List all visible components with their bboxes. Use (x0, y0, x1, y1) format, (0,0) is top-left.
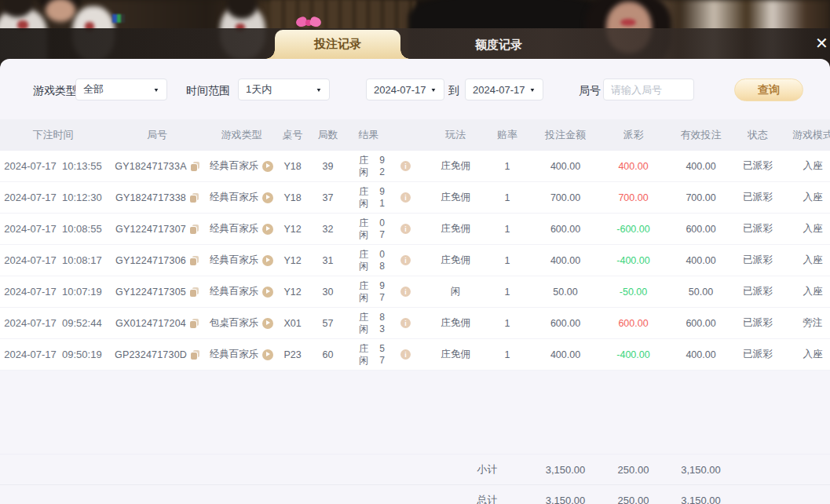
payout-cell: 400.00 (603, 151, 664, 182)
table-no-cell: X01 (275, 308, 310, 339)
valid-bet-cell: 400.00 (664, 245, 738, 276)
copy-icon[interactable] (190, 319, 199, 328)
records-table: 下注时间 局号 游戏类型 桌号 局数 结果 玩法 赔率 投注金额 派彩 有效投注… (0, 119, 830, 504)
result-wrap: 庄8闲3i (346, 312, 423, 334)
info-icon[interactable]: i (400, 161, 411, 171)
banker-label: 庄 (359, 280, 368, 291)
footer-empty (0, 455, 424, 485)
valid-bet-cell: 700.00 (664, 182, 738, 214)
result-cell: 庄9闲1i (346, 182, 424, 214)
status-cell: 已派彩 (738, 339, 777, 371)
player-label: 闲 (359, 355, 368, 366)
bet-time-cell: 2024-07-17 10:12:30 (0, 182, 106, 214)
table-row: 2024-07-17 10:13:55GY182471733A经典百家乐Y183… (0, 151, 830, 182)
play-icon[interactable] (262, 287, 273, 298)
date-from-value: 2024-07-17 (374, 84, 426, 96)
info-icon[interactable]: i (400, 224, 411, 234)
copy-icon[interactable] (190, 256, 199, 265)
game-type-value: 全部 (83, 82, 104, 97)
play-icon[interactable] (262, 349, 273, 360)
player-label: 闲 (359, 323, 368, 334)
banker-points: 9 (379, 280, 385, 291)
result-player: 闲2 (359, 166, 385, 177)
round-no-cell: 57 (310, 308, 346, 339)
play-icon[interactable] (262, 161, 273, 172)
filter-bar: 游戏类型 全部 ▼ 时间范围 1天内 ▼ 2024-07-17 ▼ 到 2024… (0, 79, 830, 102)
time-range-select[interactable]: 1天内 ▼ (238, 79, 330, 100)
close-icon[interactable]: ✕ (815, 28, 828, 59)
info-icon[interactable]: i (400, 192, 411, 203)
copy-icon[interactable] (190, 287, 199, 297)
result-banker: 庄9 (359, 186, 385, 197)
play-icon[interactable] (262, 192, 273, 203)
to-label: 到 (448, 79, 459, 102)
payout-cell: 700.00 (603, 182, 664, 214)
game-type-select[interactable]: 全部 ▼ (75, 79, 167, 100)
game-type-cell: 经典百家乐 (208, 339, 275, 371)
round-id-input[interactable] (603, 79, 694, 100)
tab-betting-records-label: 投注记录 (314, 37, 361, 52)
tab-quota-records[interactable]: 额度记录 (444, 30, 554, 59)
bet-amount-cell: 600.00 (528, 214, 603, 245)
play-icon[interactable] (262, 224, 273, 235)
play-icon[interactable] (262, 255, 273, 266)
copy-icon[interactable] (190, 193, 199, 203)
info-icon[interactable]: i (400, 255, 411, 265)
game-type-wrap: 经典百家乐 (209, 285, 274, 298)
chevron-down-icon: ▼ (316, 86, 322, 93)
info-icon[interactable]: i (400, 287, 411, 297)
result-wrap: 庄9闲1i (346, 186, 423, 209)
result-banker: 庄5 (359, 343, 385, 354)
status-cell: 已派彩 (738, 245, 777, 276)
table-header-row: 下注时间 局号 游戏类型 桌号 局数 结果 玩法 赔率 投注金额 派彩 有效投注… (0, 119, 830, 151)
player-points: 1 (379, 198, 385, 209)
round-id: GY1824717338 (115, 192, 186, 203)
player-points: 3 (379, 323, 385, 334)
round-no-cell: 31 (310, 245, 346, 276)
records-panel: 游戏类型 全部 ▼ 时间范围 1天内 ▼ 2024-07-17 ▼ 到 2024… (0, 59, 830, 504)
copy-icon[interactable] (190, 225, 199, 234)
valid-bet-cell: 400.00 (664, 151, 738, 182)
result-banker: 庄9 (359, 155, 385, 166)
round-id: GP232471730D (115, 349, 187, 360)
round-id-cell: GY1224717306 (106, 245, 208, 276)
game-mode-cell: 入座 (777, 339, 830, 371)
payout-cell: -600.00 (603, 214, 664, 245)
date-from-picker[interactable]: 2024-07-17 ▼ (366, 79, 444, 100)
footer-bet-total: 3,150.00 (528, 455, 603, 485)
result-cell: 庄0闲8i (346, 245, 424, 276)
footer-bet-total: 3,150.00 (528, 485, 603, 504)
result-player: 闲8 (359, 261, 385, 272)
result-player: 闲7 (359, 229, 385, 240)
date-to-picker[interactable]: 2024-07-17 ▼ (465, 79, 543, 100)
player-label: 闲 (359, 261, 368, 272)
odds-cell: 1 (487, 276, 528, 308)
search-button[interactable]: 查询 (734, 79, 803, 101)
round-id-wrap: GY1824717338 (107, 192, 207, 203)
gift-bow-icon (296, 16, 321, 29)
header-round-id: 局号 (106, 119, 208, 151)
banker-label: 庄 (359, 343, 368, 354)
banker-label: 庄 (359, 186, 368, 197)
info-icon[interactable]: i (400, 318, 411, 328)
payout-cell: -400.00 (603, 339, 664, 371)
round-id-wrap: GY1224717306 (107, 255, 207, 266)
copy-icon[interactable] (191, 162, 199, 171)
banker-points: 9 (379, 186, 385, 197)
header-game-type: 游戏类型 (208, 119, 275, 151)
play-type-cell: 庄免佣 (424, 245, 487, 276)
bet-amount-cell: 400.00 (528, 151, 603, 182)
status-cell: 已派彩 (738, 182, 777, 214)
banker-points: 5 (379, 343, 385, 354)
play-icon[interactable] (262, 318, 273, 329)
result-cell: 庄5闲7i (346, 339, 424, 371)
bet-amount-cell: 700.00 (528, 182, 603, 214)
game-type-value: 经典百家乐 (210, 222, 259, 236)
info-icon[interactable]: i (400, 349, 411, 360)
player-points: 7 (379, 229, 385, 240)
round-id: GY182471733A (115, 161, 186, 172)
copy-icon[interactable] (191, 350, 199, 360)
tab-betting-records[interactable]: 投注记录 (275, 30, 400, 59)
header-valid-bet: 有效投注 (664, 119, 738, 151)
play-type-cell: 闲 (424, 276, 487, 308)
